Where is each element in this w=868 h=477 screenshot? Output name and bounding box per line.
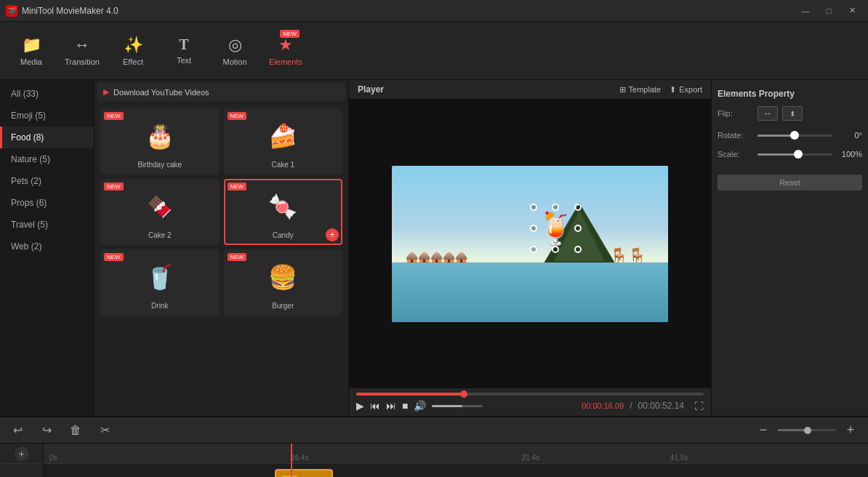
new-tag: NEW	[104, 183, 124, 191]
motion-label: Motion	[222, 57, 246, 66]
grid-item-cake2[interactable]: NEW 🍫 Cake 2	[100, 179, 220, 245]
download-bar[interactable]: ▶ Download YouTube Videos	[97, 83, 345, 101]
content-area: ▶ Download YouTube Videos NEW 🎂 Birthday…	[95, 80, 348, 416]
transform-handle-bl[interactable]	[530, 246, 537, 253]
transform-handle-tr[interactable]	[574, 204, 582, 211]
properties-panel: Elements Property Flip: ↔ ⬍ Rotate: 0° S…	[712, 80, 868, 416]
redo-button[interactable]: ↪	[36, 420, 57, 441]
sidebar-item-props[interactable]: Props (6)	[0, 192, 94, 214]
volume-slider[interactable]	[432, 405, 483, 407]
grid-item-birthday-cake[interactable]: NEW 🎂 Birthday cake	[100, 108, 220, 175]
app-icon: 🎬	[6, 5, 17, 17]
timeline-labels: + Track1 🎬	[0, 444, 44, 477]
reset-button[interactable]: Reset	[718, 175, 862, 191]
scale-thumb[interactable]	[794, 150, 803, 159]
sidebar-item-all[interactable]: All (33)	[0, 83, 94, 105]
toolbar: 📁 Media ↔ Transition ✨ Effect T Text ◎ M…	[0, 22, 868, 80]
close-button[interactable]: ✕	[842, 4, 862, 18]
total-time: 00:00:52.14	[638, 401, 684, 411]
zoom-in-button[interactable]: +	[840, 420, 861, 441]
next-button[interactable]: ⏭	[386, 400, 396, 412]
stop-button[interactable]: ■	[402, 400, 408, 412]
item-image-burger: 🍔	[254, 255, 312, 299]
grid-item-drink[interactable]: NEW 🥤 Drink	[100, 249, 220, 316]
grid-item-candy[interactable]: NEW 🍬 Candy +	[224, 179, 343, 245]
prev-button[interactable]: ⏮	[370, 400, 380, 412]
transform-handle-tl[interactable]	[530, 204, 537, 211]
transform-handle-ml[interactable]	[530, 225, 537, 232]
rotate-row: Rotate: 0°	[718, 131, 862, 140]
rotate-thumb[interactable]	[790, 131, 799, 140]
player-title: Player	[358, 84, 384, 95]
video-preview: 🪑🪑 🛖🛖🛖🛖🛖 🍹	[392, 166, 668, 322]
sidebar-item-food[interactable]: Food (8)	[0, 127, 94, 148]
toolbar-elements[interactable]: NEW ★ Elements	[260, 25, 311, 76]
placed-element[interactable]: 🍹	[536, 209, 576, 247]
element-track: ⭐ Drink 5s	[44, 464, 868, 477]
progress-bar[interactable]	[356, 393, 704, 396]
toolbar-motion[interactable]: ◎ Motion	[209, 25, 260, 76]
fullscreen-button[interactable]: ⛶	[694, 401, 704, 412]
flip-horizontal-button[interactable]: ↔	[758, 106, 778, 121]
toolbar-transition[interactable]: ↔ Transition	[57, 25, 108, 76]
minimize-button[interactable]: —	[795, 4, 816, 18]
template-button[interactable]: ⊞ Template	[619, 85, 662, 95]
rotate-slider[interactable]	[758, 135, 832, 137]
cut-button[interactable]: ✂	[95, 420, 115, 441]
undo-button[interactable]: ↩	[7, 420, 28, 441]
template-label: Template	[629, 85, 662, 94]
transform-handle-tm[interactable]	[552, 204, 559, 211]
export-button[interactable]: ⬆ Export	[670, 85, 702, 95]
grid-item-cake1[interactable]: NEW 🍰 Cake 1	[224, 108, 343, 175]
drink-element[interactable]: ⭐ Drink 5s	[275, 469, 333, 477]
rotate-label: Rotate:	[718, 131, 758, 140]
toolbar-text[interactable]: T Text	[158, 25, 209, 76]
transition-label: Transition	[65, 57, 100, 66]
progress-thumb	[460, 390, 467, 398]
item-label-drink: Drink	[106, 302, 214, 310]
sidebar-item-travel[interactable]: Travel (5)	[0, 214, 94, 236]
toolbar-media[interactable]: 📁 Media	[6, 25, 57, 76]
timeline-toolbar: ↩ ↪ 🗑 ✂ − +	[0, 416, 868, 444]
zoom-slider[interactable]	[778, 429, 836, 431]
template-icon: ⊞	[619, 85, 626, 95]
sidebar-item-pets[interactable]: Pets (2)	[0, 170, 94, 192]
maximize-button[interactable]: □	[819, 4, 839, 18]
transition-icon: ↔	[74, 36, 90, 55]
volume-icon[interactable]: 🔊	[414, 400, 426, 412]
item-label-candy: Candy	[230, 231, 337, 239]
sidebar-item-nature[interactable]: Nature (5)	[0, 148, 94, 170]
sidebar-item-emoji[interactable]: Emoji (5)	[0, 105, 94, 127]
zoom-thumb[interactable]	[804, 427, 811, 434]
timeline-ruler: 0s 16.4s 31.4s 41.5s	[44, 444, 868, 464]
transform-handle-bm[interactable]	[552, 246, 559, 253]
sidebar-item-web[interactable]: Web (2)	[0, 236, 94, 257]
playhead[interactable]	[291, 444, 292, 477]
add-element-button[interactable]: +	[326, 228, 339, 241]
timeline-header-add: +	[0, 444, 43, 464]
scale-value: 100%	[837, 150, 862, 159]
grid-item-burger[interactable]: NEW 🍔 Burger	[224, 249, 343, 316]
export-label: Export	[679, 85, 702, 94]
add-track-button[interactable]: +	[15, 446, 29, 461]
flip-label: Flip:	[718, 109, 758, 118]
left-panel: All (33) Emoji (5) Food (8) Nature (5) P…	[0, 80, 349, 416]
effect-label: Effect	[123, 57, 143, 66]
transform-handle-br[interactable]	[574, 246, 582, 253]
player-viewport[interactable]: 🪑🪑 🛖🛖🛖🛖🛖 🍹 ›	[349, 100, 711, 388]
new-tag: NEW	[228, 183, 247, 191]
flip-vertical-button[interactable]: ⬍	[782, 106, 803, 121]
play-button[interactable]: ▶	[356, 400, 364, 412]
scale-slider[interactable]	[758, 153, 832, 156]
elements-grid: NEW 🎂 Birthday cake NEW 🍰 Cake 1 NEW 🍫 C…	[97, 105, 345, 318]
media-label: Media	[20, 57, 42, 66]
timeline-content[interactable]: 0s 16.4s 31.4s 41.5s ⭐ Drink 5s	[44, 444, 868, 477]
zoom-fill	[778, 429, 807, 431]
toolbar-effect[interactable]: ✨ Effect	[108, 25, 158, 76]
ruler-mark-16: 16.4s	[291, 454, 308, 462]
zoom-out-button[interactable]: −	[753, 420, 773, 441]
water-area	[392, 262, 668, 322]
time-separator: /	[630, 401, 632, 411]
transform-handle-mr[interactable]	[574, 225, 582, 232]
delete-button[interactable]: 🗑	[65, 420, 86, 441]
